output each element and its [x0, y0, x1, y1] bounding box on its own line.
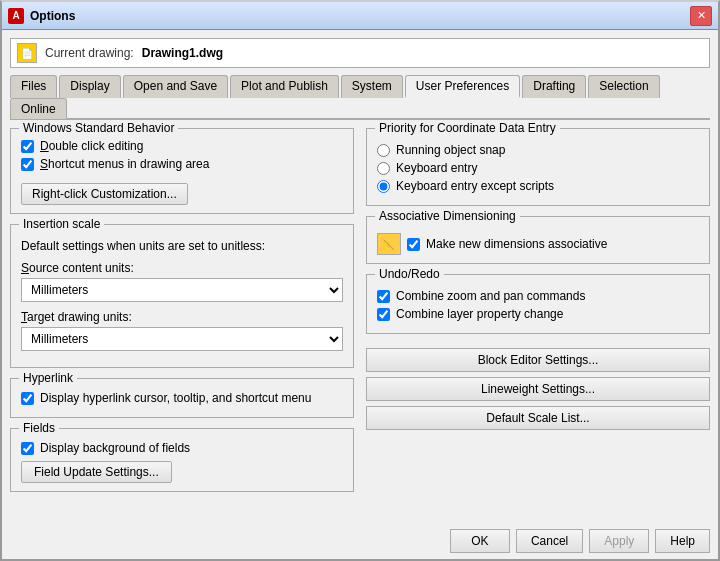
target-units-label: Target drawing units: — [21, 310, 343, 324]
undo-redo-title: Undo/Redo — [375, 267, 444, 281]
assoc-dim-content: 📐 Make new dimensions associative — [377, 225, 699, 255]
assoc-dim-group: Associative Dimensioning 📐 Make new dime… — [366, 216, 710, 264]
priority-group: Priority for Coordinate Data Entry Runni… — [366, 128, 710, 206]
windows-behavior-group: Windows Standard Behavior Double click e… — [10, 128, 354, 214]
make-new-dims-label: Make new dimensions associative — [426, 237, 607, 251]
assoc-dim-row: 📐 Make new dimensions associative — [377, 233, 699, 255]
fields-title: Fields — [19, 421, 59, 435]
hyperlink-group: Hyperlink Display hyperlink cursor, tool… — [10, 378, 354, 418]
title-bar: A Options ✕ — [2, 2, 718, 30]
drawing-label: Current drawing: — [45, 46, 134, 60]
assoc-dim-title: Associative Dimensioning — [375, 209, 520, 223]
current-drawing-bar: 📄 Current drawing: Drawing1.dwg — [10, 38, 710, 68]
drawing-name: Drawing1.dwg — [142, 46, 223, 60]
keyboard-entry-radio[interactable] — [377, 162, 390, 175]
left-panel: Windows Standard Behavior Double click e… — [10, 128, 354, 513]
insertion-scale-content: Default settings when units are set to u… — [21, 233, 343, 351]
windows-behavior-content: Double click editing Shortcut menus in d… — [21, 137, 343, 205]
double-click-text: ouble click editing — [49, 139, 144, 153]
tab-online[interactable]: Online — [10, 98, 67, 119]
tab-drafting[interactable]: Drafting — [522, 75, 586, 98]
target-units-select[interactable]: Millimeters Inches Feet Centimeters Mete… — [21, 327, 343, 351]
fields-group: Fields Display background of fields Fiel… — [10, 428, 354, 492]
source-units-label: Source content units: — [21, 261, 343, 275]
keyboard-except-label: Keyboard entry except scripts — [396, 179, 554, 193]
right-click-wrapper: Right-click Customization... — [21, 177, 343, 205]
keyboard-except-row: Keyboard entry except scripts — [377, 179, 699, 193]
insertion-scale-desc: Default settings when units are set to u… — [21, 239, 343, 253]
big-buttons-area: Block Editor Settings... Lineweight Sett… — [366, 348, 710, 435]
field-update-wrapper: Field Update Settings... — [21, 461, 343, 483]
running-snap-row: Running object snap — [377, 143, 699, 157]
fields-bg-checkbox[interactable] — [21, 442, 34, 455]
close-button[interactable]: ✕ — [690, 6, 712, 26]
combine-layer-label: Combine layer property change — [396, 307, 563, 321]
make-new-dims-checkbox[interactable] — [407, 238, 420, 251]
apply-button[interactable]: Apply — [589, 529, 649, 553]
help-button[interactable]: Help — [655, 529, 710, 553]
source-units-wrapper: Source content units: Millimeters Inches… — [21, 261, 343, 302]
hyperlink-label: Display hyperlink cursor, tooltip, and s… — [40, 391, 311, 405]
combine-layer-row: Combine layer property change — [377, 307, 699, 321]
tab-display[interactable]: Display — [59, 75, 120, 98]
field-update-button[interactable]: Field Update Settings... — [21, 461, 172, 483]
shortcut-menus-row: Shortcut menus in drawing area — [21, 157, 343, 171]
source-units-select[interactable]: Millimeters Inches Feet Centimeters Mete… — [21, 278, 343, 302]
app-icon: A — [8, 8, 24, 24]
hyperlink-content: Display hyperlink cursor, tooltip, and s… — [21, 387, 343, 405]
tab-plot-publish[interactable]: Plot and Publish — [230, 75, 339, 98]
combine-zoom-checkbox[interactable] — [377, 290, 390, 303]
fields-bg-row: Display background of fields — [21, 441, 343, 455]
dialog-content: 📄 Current drawing: Drawing1.dwg Files Di… — [2, 30, 718, 521]
tab-files[interactable]: Files — [10, 75, 57, 98]
shortcut-menus-label: Shortcut menus in drawing area — [40, 157, 209, 171]
combine-layer-checkbox[interactable] — [377, 308, 390, 321]
insertion-scale-group: Insertion scale Default settings when un… — [10, 224, 354, 368]
double-click-label: Double click editing — [40, 139, 143, 153]
running-snap-radio[interactable] — [377, 144, 390, 157]
tab-content: Windows Standard Behavior Double click e… — [10, 128, 710, 513]
window-title: Options — [30, 9, 690, 23]
tab-selection[interactable]: Selection — [588, 75, 659, 98]
tab-bar: Files Display Open and Save Plot and Pub… — [10, 74, 710, 120]
ok-button[interactable]: OK — [450, 529, 510, 553]
combine-zoom-label: Combine zoom and pan commands — [396, 289, 585, 303]
double-click-row: Double click editing — [21, 139, 343, 153]
assoc-dim-icon: 📐 — [377, 233, 401, 255]
default-scale-list-button[interactable]: Default Scale List... — [366, 406, 710, 430]
windows-behavior-title: Windows Standard Behavior — [19, 121, 178, 135]
fields-bg-label: Display background of fields — [40, 441, 190, 455]
running-snap-label: Running object snap — [396, 143, 505, 157]
double-click-checkbox[interactable] — [21, 140, 34, 153]
shortcut-menus-checkbox[interactable] — [21, 158, 34, 171]
right-panel: Priority for Coordinate Data Entry Runni… — [366, 128, 710, 513]
hyperlink-checkbox[interactable] — [21, 392, 34, 405]
drawing-icon: 📄 — [17, 43, 37, 63]
footer-buttons: OK Cancel Apply Help — [2, 521, 718, 559]
keyboard-entry-row: Keyboard entry — [377, 161, 699, 175]
insertion-scale-title: Insertion scale — [19, 217, 104, 231]
options-dialog: A Options ✕ 📄 Current drawing: Drawing1.… — [0, 0, 720, 561]
combine-zoom-row: Combine zoom and pan commands — [377, 289, 699, 303]
tab-open-save[interactable]: Open and Save — [123, 75, 228, 98]
fields-content: Display background of fields Field Updat… — [21, 437, 343, 483]
tab-system[interactable]: System — [341, 75, 403, 98]
hyperlink-title: Hyperlink — [19, 371, 77, 385]
keyboard-entry-label: Keyboard entry — [396, 161, 477, 175]
right-click-customization-button[interactable]: Right-click Customization... — [21, 183, 188, 205]
priority-title: Priority for Coordinate Data Entry — [375, 121, 560, 135]
undo-redo-content: Combine zoom and pan commands Combine la… — [377, 283, 699, 321]
lineweight-settings-button[interactable]: Lineweight Settings... — [366, 377, 710, 401]
hyperlink-row: Display hyperlink cursor, tooltip, and s… — [21, 391, 343, 405]
priority-content: Running object snap Keyboard entry Keybo… — [377, 137, 699, 193]
shortcut-menus-text: hortcut menus in drawing area — [48, 157, 209, 171]
cancel-button[interactable]: Cancel — [516, 529, 583, 553]
target-units-wrapper: Target drawing units: Millimeters Inches… — [21, 310, 343, 351]
tab-user-preferences[interactable]: User Preferences — [405, 75, 520, 98]
block-editor-settings-button[interactable]: Block Editor Settings... — [366, 348, 710, 372]
keyboard-except-radio[interactable] — [377, 180, 390, 193]
undo-redo-group: Undo/Redo Combine zoom and pan commands … — [366, 274, 710, 334]
